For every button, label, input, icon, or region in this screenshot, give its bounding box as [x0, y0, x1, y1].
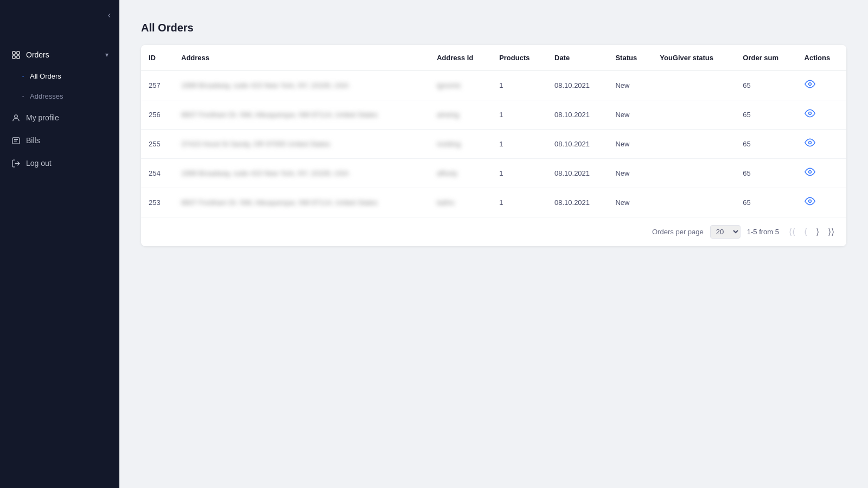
svg-point-4	[14, 114, 17, 118]
col-header-order-sum: Order sum	[735, 45, 796, 71]
table-row: 25537415 Hood St Sandy, OR 97055 United …	[141, 130, 846, 159]
cell-address-text: 1999 Broadway, suite 415 New York, NY, 1…	[181, 81, 349, 89]
eye-icon	[805, 108, 815, 121]
table-row: 2571999 Broadway, suite 415 New York, NY…	[141, 71, 846, 100]
svg-rect-3	[16, 55, 19, 58]
cell-date: 08.10.2021	[547, 71, 608, 100]
cell-address-id-text: mckling	[437, 140, 461, 148]
addresses-label: Addresses	[30, 92, 63, 100]
cell-order-sum: 65	[735, 130, 796, 159]
view-order-button[interactable]	[805, 166, 815, 180]
cell-actions	[797, 130, 846, 159]
eye-icon	[805, 196, 815, 209]
orders-icon	[11, 50, 21, 60]
svg-rect-2	[12, 55, 15, 58]
cell-address: 8607 Fordham Dr. NW, Albuquerque, NM 871…	[174, 100, 429, 130]
view-order-button[interactable]	[805, 108, 815, 121]
col-header-yougiver: YouGiver status	[652, 45, 735, 71]
sidebar-item-all-orders[interactable]: All Orders	[0, 66, 119, 86]
sidebar-orders-subnav: All Orders Addresses	[0, 66, 119, 106]
cell-order-sum: 65	[735, 71, 796, 100]
sidebar-item-logout-label: Log out	[26, 159, 108, 168]
sidebar-collapse-button[interactable]: ‹	[108, 11, 111, 20]
cell-date: 08.10.2021	[547, 159, 608, 188]
svg-rect-1	[16, 52, 19, 54]
cell-address: 37415 Hood St Sandy, OR 97055 United Sta…	[174, 130, 429, 159]
cell-yougiver	[652, 100, 735, 130]
pagination-buttons: ⟨⟨ ⟨ ⟩ ⟩⟩	[786, 226, 838, 238]
svg-point-11	[808, 171, 811, 174]
svg-point-10	[808, 142, 811, 144]
cell-date: 08.10.2021	[547, 100, 608, 130]
cell-address-id: bafrio	[429, 188, 492, 217]
cell-products: 1	[492, 71, 547, 100]
last-page-button[interactable]: ⟩⟩	[825, 226, 838, 238]
sidebar-nav: Orders ▾ All Orders Addresses My profile…	[0, 43, 119, 175]
cell-yougiver	[652, 71, 735, 100]
cell-address-text: 8607 Fordham Dr. NW, Albuquerque, NM 871…	[181, 198, 378, 207]
svg-point-12	[808, 200, 811, 203]
cell-date: 08.10.2021	[547, 130, 608, 159]
col-header-address-id: Address Id	[429, 45, 492, 71]
cell-address-text: 8607 Fordham Dr. NW, Albuquerque, NM 871…	[181, 111, 378, 119]
cell-products: 1	[492, 100, 547, 130]
next-page-button[interactable]: ⟩	[813, 226, 822, 238]
cell-address-id: ignomic	[429, 71, 492, 100]
view-order-button[interactable]	[805, 79, 815, 92]
cell-id: 257	[141, 71, 174, 100]
cell-address-id: airwing	[429, 100, 492, 130]
first-page-button[interactable]: ⟨⟨	[786, 226, 799, 238]
main-content: All Orders ID Address Address Id Product…	[119, 0, 868, 488]
cell-address: 1999 Broadway, suite 415 New York, NY, 1…	[174, 71, 429, 100]
sidebar-item-orders[interactable]: Orders ▾	[0, 43, 119, 66]
cell-order-sum: 65	[735, 188, 796, 217]
all-orders-label: All Orders	[30, 72, 61, 80]
sidebar-item-my-profile[interactable]: My profile	[0, 106, 119, 129]
per-page-select[interactable]: 20 10 50 100	[710, 225, 741, 239]
cell-products: 1	[492, 159, 547, 188]
sidebar-item-bills-label: Bills	[26, 136, 108, 145]
orders-table: ID Address Address Id Products Date Stat…	[141, 45, 846, 217]
svg-point-8	[808, 83, 811, 86]
eye-icon	[805, 137, 815, 151]
cell-actions	[797, 159, 846, 188]
svg-rect-0	[12, 52, 15, 54]
pagination-row: Orders per page 20 10 50 100 1-5 from 5 …	[141, 217, 846, 246]
cell-yougiver	[652, 130, 735, 159]
cell-actions	[797, 71, 846, 100]
col-header-address: Address	[174, 45, 429, 71]
cell-address-id-text: airwing	[437, 111, 459, 119]
orders-table-container: ID Address Address Id Products Date Stat…	[141, 45, 846, 246]
cell-address-id-text: bafrio	[437, 198, 455, 207]
cell-actions	[797, 188, 846, 217]
prev-page-button[interactable]: ⟨	[801, 226, 810, 238]
table-row: 2538607 Fordham Dr. NW, Albuquerque, NM …	[141, 188, 846, 217]
cell-status: New	[608, 71, 652, 100]
cell-id: 256	[141, 100, 174, 130]
table-row: 2541999 Broadway, suite 415 New York, NY…	[141, 159, 846, 188]
cell-yougiver	[652, 188, 735, 217]
sidebar-item-addresses[interactable]: Addresses	[0, 86, 119, 106]
sidebar-item-bills[interactable]: Bills	[0, 129, 119, 152]
col-header-id: ID	[141, 45, 174, 71]
sidebar-item-orders-label: Orders	[26, 50, 100, 59]
cell-id: 254	[141, 159, 174, 188]
cell-order-sum: 65	[735, 159, 796, 188]
col-header-status: Status	[608, 45, 652, 71]
cell-address-id-text: affooly	[437, 169, 457, 177]
cell-address: 1999 Broadway, suite 415 New York, NY, 1…	[174, 159, 429, 188]
view-order-button[interactable]	[805, 196, 815, 209]
cell-address-id-text: ignomic	[437, 81, 461, 89]
page-info: 1-5 from 5	[747, 228, 779, 236]
cell-address-id: affooly	[429, 159, 492, 188]
col-header-date: Date	[547, 45, 608, 71]
view-order-button[interactable]	[805, 137, 815, 151]
eye-icon	[805, 79, 815, 92]
profile-icon	[11, 113, 21, 123]
cell-products: 1	[492, 188, 547, 217]
table-header-row: ID Address Address Id Products Date Stat…	[141, 45, 846, 71]
cell-id: 255	[141, 130, 174, 159]
cell-status: New	[608, 100, 652, 130]
page-title: All Orders	[141, 22, 846, 34]
sidebar-item-logout[interactable]: Log out	[0, 152, 119, 175]
